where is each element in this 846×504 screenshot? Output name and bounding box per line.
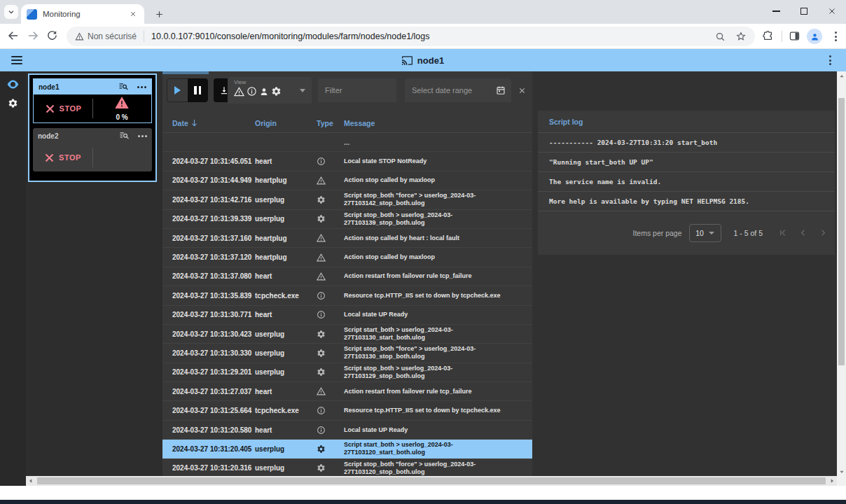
node-card-node1[interactable]: node1 STOP 0 (33, 78, 152, 123)
column-message[interactable]: Message (344, 119, 532, 127)
row-origin: heart (255, 311, 312, 318)
row-message: ... (344, 139, 532, 146)
row-date: 2024-03-27 10:31:25.664 (162, 407, 255, 414)
panel-scroll-indicator[interactable] (162, 71, 209, 74)
row-origin: userplug (255, 464, 312, 472)
window-close-button[interactable] (818, 0, 846, 22)
table-row[interactable]: 2024-03-27 10:31:20.316 userplug Script … (162, 459, 532, 476)
row-origin: heart (255, 158, 312, 165)
row-origin: userplug (255, 330, 312, 338)
stop-x-icon (44, 153, 55, 163)
table-row[interactable]: 2024-03-27 10:31:44.949 heartplug Action… (162, 172, 532, 190)
row-origin: heartplug (255, 176, 312, 184)
node-status: STOP (33, 144, 92, 172)
node-alert-percent: 0 % (116, 113, 127, 121)
app-menu-button[interactable] (824, 54, 836, 66)
filter-field[interactable] (318, 78, 396, 102)
new-tab-button[interactable] (151, 6, 167, 22)
row-message: Action restart from failover rule tcp_fa… (344, 388, 532, 396)
site-favicon (27, 9, 37, 20)
node-log-search-icon[interactable] (118, 83, 129, 91)
table-row[interactable]: 2024-03-27 10:31:42.716 userplug Script … (162, 190, 532, 209)
table-row[interactable]: ... (162, 133, 532, 152)
table-row[interactable]: 2024-03-27 10:31:27.037 heart Action res… (162, 382, 532, 401)
table-row[interactable]: 2024-03-27 10:31:30.423 userplug Script … (162, 325, 532, 344)
scroll-up-arrow[interactable] (837, 71, 846, 80)
row-message: Script start_both > userlog_2024-03-27T1… (344, 441, 532, 456)
zoom-indicator-icon[interactable] (715, 31, 726, 42)
window-maximize-button[interactable] (790, 0, 818, 22)
vertical-scrollbar[interactable] (837, 71, 846, 476)
monitoring-eye-icon[interactable] (7, 80, 19, 89)
table-row[interactable]: 2024-03-27 10:31:29.201 userplug Script … (162, 363, 532, 382)
date-range-input[interactable] (405, 86, 496, 94)
security-chip[interactable]: Non sécurisé (75, 31, 137, 41)
table-row[interactable]: 2024-03-27 10:31:20.405 userplug Script … (162, 440, 532, 458)
view-select[interactable]: View (228, 77, 312, 104)
extensions-button[interactable] (762, 30, 775, 43)
nodes-panel: node1 STOP 0 (28, 74, 157, 182)
table-row[interactable]: 2024-03-27 10:31:30.771 heart Local stat… (162, 306, 532, 325)
vertical-scroll-thumb[interactable] (838, 98, 845, 365)
page-size-select[interactable]: 10 (689, 224, 721, 242)
row-message: Script stop_both "force" > userlog_2024-… (344, 192, 532, 207)
node-card-node2[interactable]: node2 STOP (33, 128, 152, 172)
tab-search-button[interactable] (4, 5, 18, 19)
horizontal-scrollbar[interactable] (26, 476, 837, 486)
address-bar[interactable]: Non sécurisé 10.0.0.107:9010/console/en/… (67, 27, 755, 46)
next-page-button[interactable] (819, 228, 828, 237)
info-icon (312, 157, 344, 166)
side-panel-button[interactable] (789, 30, 801, 43)
warning-icon (312, 176, 344, 185)
browser-menu-button[interactable] (829, 30, 842, 43)
column-origin[interactable]: Origin (255, 119, 312, 127)
scroll-left-arrow[interactable] (26, 476, 36, 486)
node-log-search-icon[interactable] (119, 132, 130, 140)
gear-icon (312, 444, 344, 454)
table-row[interactable]: 2024-03-27 10:31:20.580 heart Local stat… (162, 421, 532, 440)
row-origin: tcpcheck.exe (255, 292, 312, 300)
table-row[interactable]: 2024-03-27 10:31:45.051 heart Local stat… (162, 152, 532, 171)
cast-icon (402, 56, 412, 65)
table-row[interactable]: 2024-03-27 10:31:37.080 heart Action res… (162, 267, 532, 286)
previous-page-button[interactable] (798, 228, 807, 237)
column-type[interactable]: Type (312, 119, 344, 127)
tab-close-icon[interactable] (127, 8, 139, 20)
table-row[interactable]: 2024-03-27 10:31:25.664 tcpcheck.exe Res… (162, 401, 532, 420)
column-date[interactable]: Date (172, 119, 188, 127)
node-status-label: STOP (60, 104, 82, 113)
scroll-right-arrow[interactable] (827, 476, 837, 486)
filter-input[interactable] (318, 86, 396, 94)
date-range-field[interactable] (405, 78, 511, 102)
profile-avatar[interactable] (807, 29, 822, 44)
calendar-icon[interactable] (496, 85, 506, 95)
table-row[interactable]: 2024-03-27 10:31:37.160 heartplug Action… (162, 229, 532, 248)
reload-button[interactable] (46, 29, 60, 43)
view-select-label: View (234, 79, 306, 85)
plus-icon (155, 10, 164, 19)
settings-gear-icon[interactable] (8, 98, 18, 108)
warning-icon (312, 387, 344, 396)
bookmark-star-icon[interactable] (735, 31, 747, 42)
table-row[interactable]: 2024-03-27 10:31:35.839 tcpcheck.exe Res… (162, 286, 532, 305)
first-page-button[interactable] (778, 228, 787, 237)
table-row[interactable]: 2024-03-27 10:31:39.339 userplug Script … (162, 210, 532, 229)
scroll-down-arrow[interactable] (837, 467, 846, 476)
browser-tab-monitoring[interactable]: Monitoring (21, 4, 144, 24)
forward-button[interactable] (27, 29, 41, 43)
node-more-icon[interactable] (138, 135, 147, 137)
node-more-icon[interactable] (137, 86, 146, 88)
person-icon (810, 32, 819, 41)
clear-date-button[interactable] (515, 84, 528, 97)
window-minimize-button[interactable] (762, 0, 790, 22)
back-button[interactable] (7, 29, 21, 43)
table-header: Date Origin Type Message (162, 113, 532, 133)
row-message: Action restart from failover rule tcp_fa… (344, 272, 532, 280)
table-row[interactable]: 2024-03-27 10:31:30.330 userplug Script … (162, 344, 532, 363)
row-message: Local state STOP NotReady (344, 158, 532, 165)
warning-icon (312, 234, 344, 242)
horizontal-scroll-thumb[interactable] (37, 477, 826, 484)
play-button[interactable] (167, 78, 188, 102)
pause-button[interactable] (188, 78, 209, 102)
table-row[interactable]: 2024-03-27 10:31:37.120 heartplug Action… (162, 248, 532, 267)
